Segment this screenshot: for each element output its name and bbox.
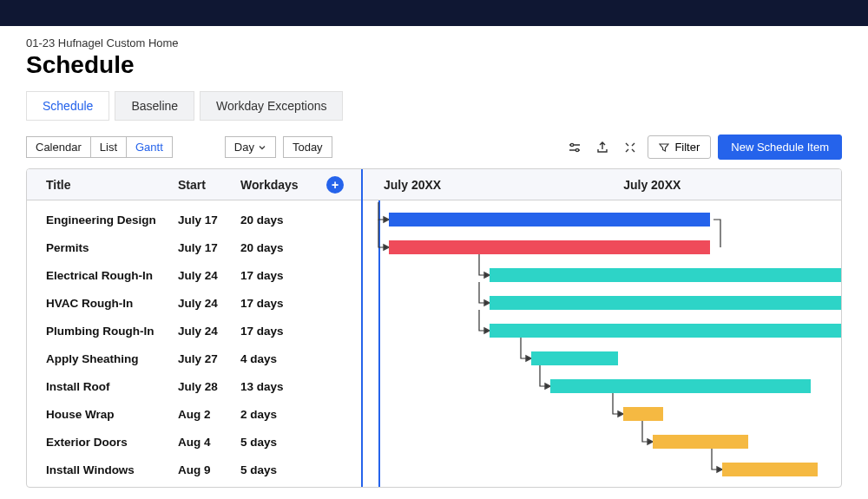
gantt-container: Title Start Workdays + Engineering Desig…: [26, 168, 842, 488]
timeline-header-1: July 20XX: [384, 178, 441, 192]
task-workdays: 5 days: [240, 436, 323, 449]
task-title: House Wrap: [46, 408, 178, 421]
view-list[interactable]: List: [91, 136, 127, 158]
task-workdays: 17 days: [240, 269, 323, 282]
today-button[interactable]: Today: [283, 136, 332, 158]
svg-point-1: [576, 148, 579, 151]
scale-select[interactable]: Day: [225, 136, 276, 158]
task-title: Apply Sheathing: [46, 352, 178, 365]
scale-label: Day: [234, 141, 254, 154]
add-column-button[interactable]: +: [326, 176, 344, 194]
task-workdays: 5 days: [240, 463, 323, 476]
task-list-pane: Title Start Workdays + Engineering Desig…: [27, 169, 361, 487]
task-start: Aug 2: [178, 408, 240, 421]
task-workdays: 2 days: [240, 408, 323, 421]
task-workdays: 17 days: [240, 297, 323, 310]
col-header-title[interactable]: Title: [46, 178, 178, 192]
tab-workday-exceptions[interactable]: Workday Exceptions: [200, 91, 343, 121]
timeline-header-2: July 20XX: [623, 178, 681, 192]
gantt-bar[interactable]: [389, 213, 710, 227]
page-title: Schedule: [26, 51, 842, 79]
task-title: Electrical Rough-In: [46, 269, 178, 282]
task-title: Permits: [46, 241, 178, 254]
task-workdays: 4 days: [240, 352, 323, 365]
task-start: July 24: [178, 269, 240, 282]
gantt-bar[interactable]: [389, 240, 710, 254]
task-row[interactable]: Apply SheathingJuly 274 days: [27, 345, 361, 372]
new-schedule-item-button[interactable]: New Schedule Item: [718, 135, 842, 160]
task-row[interactable]: Electrical Rough-InJuly 2417 days: [27, 261, 361, 289]
view-gantt[interactable]: Gantt: [127, 136, 173, 158]
toolbar: Calendar List Gantt Day Today Filter New…: [26, 135, 842, 160]
task-row[interactable]: HVAC Rough-InJuly 2417 days: [27, 289, 361, 317]
task-title: Plumbing Rough-In: [46, 325, 178, 338]
filter-button[interactable]: Filter: [648, 135, 711, 159]
task-title: Install Roof: [46, 380, 178, 393]
task-start: July 24: [178, 297, 240, 310]
task-workdays: 13 days: [240, 380, 323, 393]
gantt-bar[interactable]: [653, 435, 748, 449]
top-navbar: [0, 0, 868, 26]
project-name: 01-23 Hufnagel Custom Home: [26, 36, 842, 49]
task-row[interactable]: House WrapAug 22 days: [27, 400, 361, 428]
task-title: Engineering Design: [46, 213, 178, 227]
task-title: Exterior Doors: [46, 436, 178, 449]
tab-schedule[interactable]: Schedule: [26, 91, 109, 121]
gantt-bar[interactable]: [531, 351, 618, 365]
collapse-icon[interactable]: [620, 137, 641, 158]
col-header-start[interactable]: Start: [178, 178, 240, 192]
task-start: Aug 9: [178, 463, 240, 476]
task-title: Install Windows: [46, 463, 178, 476]
task-title: HVAC Rough-In: [46, 297, 178, 310]
task-start: July 28: [178, 380, 240, 393]
task-row[interactable]: Engineering DesignJuly 1720 days: [27, 200, 361, 233]
task-start: Aug 4: [178, 436, 240, 449]
task-start: July 24: [178, 325, 240, 338]
timeline-pane[interactable]: July 20XX July 20XX: [361, 169, 841, 487]
gantt-bar[interactable]: [490, 324, 841, 338]
gantt-bar[interactable]: [722, 463, 818, 476]
task-row[interactable]: Install RoofJuly 2813 days: [27, 372, 361, 400]
gantt-bar[interactable]: [550, 379, 811, 393]
task-start: July 17: [178, 241, 240, 254]
gantt-bar[interactable]: [623, 407, 663, 421]
gantt-bar[interactable]: [490, 296, 841, 310]
tab-baseline[interactable]: Baseline: [115, 91, 194, 121]
view-toggle: Calendar List Gantt: [26, 136, 173, 158]
filter-icon: [659, 142, 669, 153]
task-row[interactable]: PermitsJuly 1720 days: [27, 233, 361, 261]
gantt-bar[interactable]: [490, 268, 841, 282]
task-row[interactable]: Install WindowsAug 95 days: [27, 456, 361, 483]
task-workdays: 17 days: [240, 325, 323, 338]
section-tabs: Schedule Baseline Workday Exceptions: [26, 91, 842, 121]
chevron-down-icon: [258, 143, 266, 152]
settings-sliders-icon[interactable]: [564, 137, 585, 158]
share-icon[interactable]: [592, 137, 613, 158]
col-header-workdays[interactable]: Workdays: [240, 178, 323, 192]
task-workdays: 20 days: [240, 213, 323, 227]
view-calendar[interactable]: Calendar: [26, 136, 91, 158]
task-row[interactable]: Exterior DoorsAug 45 days: [27, 428, 361, 456]
task-start: July 17: [178, 213, 240, 227]
task-workdays: 20 days: [240, 241, 323, 254]
svg-point-0: [571, 143, 574, 146]
task-row[interactable]: Plumbing Rough-InJuly 2417 days: [27, 317, 361, 345]
task-start: July 27: [178, 352, 240, 365]
filter-label: Filter: [674, 141, 700, 154]
